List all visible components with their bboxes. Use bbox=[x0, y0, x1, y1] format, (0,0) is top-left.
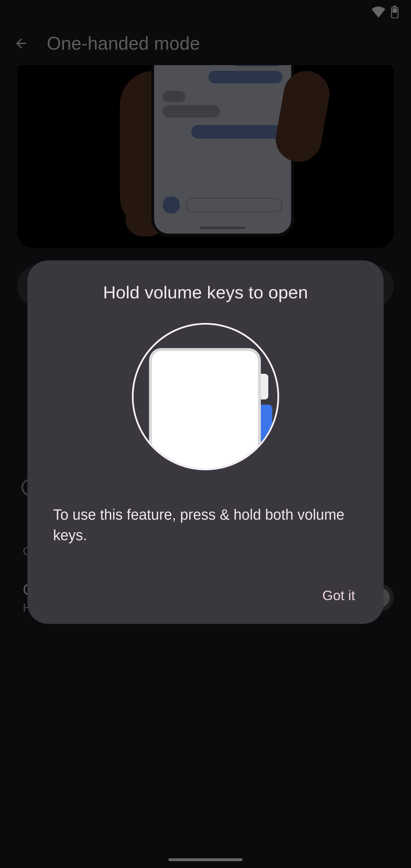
dialog-body: To use this feature, press & hold both v… bbox=[53, 504, 358, 546]
dialog-illustration bbox=[132, 323, 279, 470]
got-it-button[interactable]: Got it bbox=[319, 583, 358, 608]
dialog: Hold volume keys to open To use this fea… bbox=[27, 260, 384, 624]
dialog-title: Hold volume keys to open bbox=[53, 282, 358, 302]
